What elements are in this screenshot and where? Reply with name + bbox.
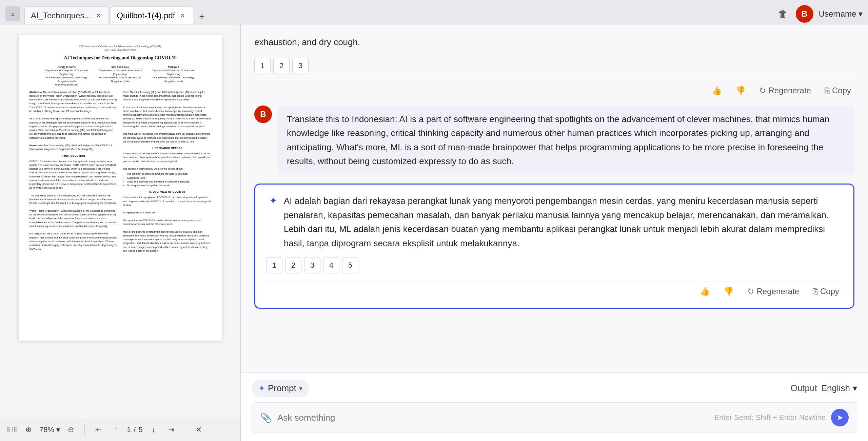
pdf-page: 2022 International Conference for Advanc… bbox=[19, 35, 222, 341]
browser-chrome: ⌂ AI_Techniques... ✕ Quillbot-1(4).pdf ✕… bbox=[0, 0, 868, 24]
attach-icon: 📎 bbox=[260, 413, 272, 423]
chat-messages: exhaustion, and dry cough. 1 2 3 👍 👎 ↻ bbox=[241, 24, 868, 372]
ai-thumbs-up-button[interactable]: 👍 bbox=[696, 285, 713, 298]
main-content: 2022 International Conference for Advanc… bbox=[0, 24, 868, 441]
ai-page-ref-2[interactable]: 2 bbox=[285, 257, 301, 273]
tab-ai-techniques[interactable]: AI_Techniques... ✕ bbox=[24, 6, 109, 24]
ai-page-ref-5[interactable]: 5 bbox=[342, 257, 358, 273]
regenerate-button-1[interactable]: ↻ Regenerate bbox=[756, 84, 814, 97]
thumbs-up-icon: 👍 bbox=[712, 86, 722, 95]
chat-panel: exhaustion, and dry cough. 1 2 3 👍 👎 ↻ bbox=[241, 24, 868, 441]
zoom-area: 78% ▾ bbox=[39, 425, 60, 434]
prev-message-actions: 👍 👎 ↻ Regenerate ⎘ Copy bbox=[254, 81, 854, 97]
prev-page-refs: 1 2 3 bbox=[254, 58, 854, 74]
ai-response-block: ✦ AI adalah bagian dari rekayasa perangk… bbox=[254, 184, 854, 309]
pdf-author-1: Kshitij C Karne Department of Computer S… bbox=[45, 65, 88, 87]
copy-button-1[interactable]: ⎘ Copy bbox=[821, 84, 854, 97]
ai-response-header: ✦ AI adalah bagian dari rekayasa perangk… bbox=[266, 194, 843, 250]
pdf-authors: Kshitij C Karne Department of Computer S… bbox=[29, 65, 211, 87]
tab-quillbot[interactable]: Quillbot-1(4).pdf ✕ bbox=[110, 6, 193, 24]
current-page: 1 bbox=[127, 425, 131, 434]
copy-button-2[interactable]: ⎘ Copy bbox=[809, 285, 843, 298]
prev-page-button[interactable]: ↑ bbox=[109, 423, 123, 437]
user-message-block: B Translate this to Indonesian: AI is a … bbox=[254, 106, 854, 175]
page-ref-1[interactable]: 1 bbox=[254, 58, 271, 74]
copy-icon-1: ⎘ bbox=[825, 86, 829, 95]
copy-icon-2: ⎘ bbox=[813, 287, 817, 296]
page-ref-3[interactable]: 3 bbox=[292, 58, 309, 74]
total-pages: 5 bbox=[138, 425, 142, 434]
ai-page-refs: 1 2 3 4 5 bbox=[266, 257, 843, 273]
ai-sparkle-icon: ✦ bbox=[266, 194, 280, 208]
language-selector[interactable]: English ▾ bbox=[821, 383, 857, 394]
next-page-button[interactable]: ↓ bbox=[147, 423, 160, 437]
pdf-col-right: Since Machine Learning (ML) and Artifici… bbox=[123, 90, 211, 253]
tab-label: AI_Techniques... bbox=[31, 11, 91, 20]
ai-message-actions: 👍 👎 ↻ Regenerate ⎘ Copy bbox=[266, 282, 843, 298]
language-value: English bbox=[821, 383, 850, 394]
pdf-col-left: Abstract— The new Coronavirus infection … bbox=[29, 90, 118, 253]
add-tab-button[interactable]: + bbox=[195, 9, 210, 24]
toolbar-divider-2 bbox=[185, 424, 185, 435]
send-icon: ➤ bbox=[836, 413, 843, 422]
tab-close-ai[interactable]: ✕ bbox=[94, 12, 102, 20]
ai-page-ref-1[interactable]: 1 bbox=[266, 257, 282, 273]
output-selector: Output English ▾ bbox=[791, 383, 857, 394]
language-chevron-icon: ▾ bbox=[853, 383, 857, 394]
tab-close-quillbot[interactable]: ✕ bbox=[179, 12, 187, 20]
pdf-conf-header: 2022 International Conference for Advanc… bbox=[29, 45, 211, 52]
user-name[interactable]: Username ▾ bbox=[819, 9, 863, 19]
page-separator: / bbox=[134, 425, 136, 434]
thumbs-down-icon: 👎 bbox=[735, 86, 746, 95]
input-hint: Enter Send; Shift + Enter Newline bbox=[714, 413, 826, 422]
page-ref-2[interactable]: 2 bbox=[273, 58, 290, 74]
ai-page-ref-4[interactable]: 4 bbox=[323, 257, 339, 273]
prompt-chevron-icon: ▾ bbox=[299, 384, 302, 392]
thumbs-up-button[interactable]: 👍 bbox=[708, 84, 725, 97]
zoom-value: 78% bbox=[39, 425, 54, 434]
ai-thumbs-down-button[interactable]: 👎 bbox=[720, 285, 737, 298]
pdf-author-3: Parkavi A Department of Computer Science… bbox=[152, 65, 195, 87]
user-avatar-chat: B bbox=[254, 106, 272, 123]
regenerate-icon-1: ↻ bbox=[759, 86, 766, 95]
user-avatar: B bbox=[796, 5, 813, 23]
user-message-text: Translate this to Indonesian: AI is a pa… bbox=[277, 106, 854, 175]
close-pdf-button[interactable]: ✕ bbox=[192, 423, 205, 437]
input-top-row: ✦ Prompt ▾ Output English ▾ bbox=[252, 380, 857, 397]
home-button[interactable]: ⌂ bbox=[5, 6, 20, 21]
tab-label-active: Quillbot-1(4).pdf bbox=[117, 11, 175, 20]
ai-response-text: AI adalah bagian dari rekayasa perangkat… bbox=[284, 194, 843, 250]
last-page-button[interactable]: ⇥ bbox=[164, 423, 178, 437]
send-button[interactable]: ➤ bbox=[831, 409, 849, 426]
tabs-container: AI_Techniques... ✕ Quillbot-1(4).pdf ✕ + bbox=[24, 3, 771, 24]
chat-input-area: ✦ Prompt ▾ Output English ▾ 📎 Enter bbox=[241, 372, 868, 441]
ai-thumbs-down-icon: 👎 bbox=[724, 287, 734, 296]
zoom-in-button[interactable]: ⊕ bbox=[22, 423, 35, 437]
toolbar-divider-1 bbox=[84, 424, 85, 435]
output-label: Output bbox=[791, 383, 817, 394]
ai-thumbs-up-icon: 👍 bbox=[700, 287, 710, 296]
browser-actions: 🗑 B Username ▾ bbox=[775, 5, 863, 23]
pdf-page-indicator-left: § IE bbox=[7, 426, 18, 433]
regenerate-icon-2: ↻ bbox=[747, 287, 754, 296]
zoom-out-button[interactable]: ⊖ bbox=[64, 423, 78, 437]
pdf-content: 2022 International Conference for Advanc… bbox=[0, 24, 240, 418]
pdf-title: AI Techniques for Detecting and Diagnosi… bbox=[29, 55, 211, 61]
pdf-panel: 2022 International Conference for Advanc… bbox=[0, 24, 241, 441]
prompt-label: Prompt bbox=[268, 383, 296, 394]
pdf-author-2: Sini Anna Alex Department of Computer Sc… bbox=[99, 65, 142, 87]
first-page-button[interactable]: ⇤ bbox=[92, 423, 105, 437]
ai-page-ref-3[interactable]: 3 bbox=[304, 257, 320, 273]
prev-assistant-message: exhaustion, and dry cough. 1 2 3 👍 👎 ↻ bbox=[254, 35, 854, 97]
zoom-down-icon: ▾ bbox=[56, 425, 60, 434]
attach-button[interactable]: 📎 bbox=[260, 412, 272, 423]
prev-assistant-text: exhaustion, and dry cough. bbox=[254, 35, 854, 52]
prompt-selector-button[interactable]: ✦ Prompt ▾ bbox=[252, 380, 309, 397]
thumbs-down-button[interactable]: 👎 bbox=[732, 84, 749, 97]
regenerate-button-2[interactable]: ↻ Regenerate bbox=[744, 285, 803, 298]
pdf-toolbar: § IE ⊕ 78% ▾ ⊖ ⇤ ↑ 1 / 5 ↓ ⇥ ✕ bbox=[0, 418, 240, 441]
ask-input[interactable] bbox=[277, 413, 709, 423]
pdf-body: Abstract— The new Coronavirus infection … bbox=[29, 90, 211, 253]
input-bottom-row: 📎 Enter Send; Shift + Enter Newline ➤ bbox=[252, 402, 857, 433]
trash-button[interactable]: 🗑 bbox=[775, 6, 790, 21]
